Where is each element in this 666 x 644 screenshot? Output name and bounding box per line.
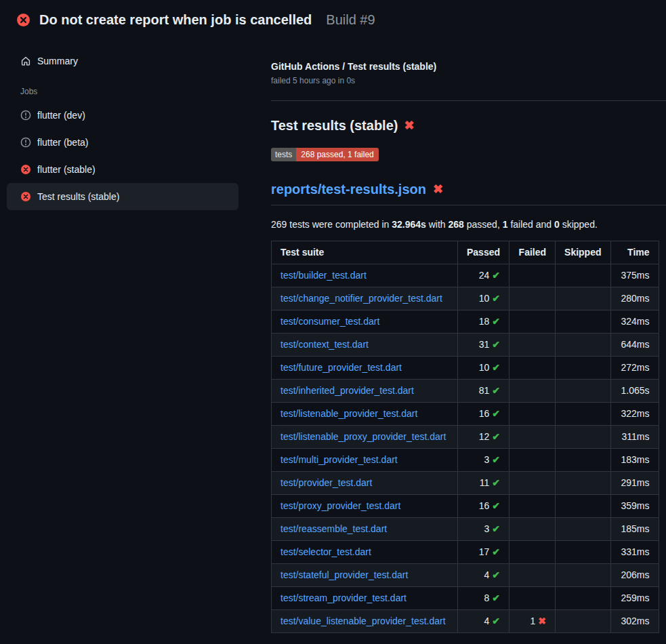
test-suite-link[interactable]: test/consumer_test.dart [280,316,379,327]
passed-cell: 11✔ [458,472,509,495]
skipped-cell [556,610,610,633]
test-suite-link[interactable]: test/reassemble_test.dart [280,523,387,534]
job-label: flutter (dev) [37,108,85,122]
suite-cell: test/proxy_provider_test.dart [272,495,458,518]
skipped-cell [556,334,610,357]
main-content: GitHub Actions / Test results (stable) f… [266,38,666,633]
table-row: test/consumer_test.dart18✔324ms [272,310,659,334]
results-table-head-row: Test suitePassedFailedSkippedTime [272,241,659,264]
run-title-bar: Do not create report when job is cancell… [0,0,666,38]
failed-cell [509,426,556,449]
time-cell: 185ms [610,518,659,541]
test-suite-link[interactable]: test/inherited_provider_test.dart [280,385,414,396]
test-suite-link[interactable]: test/stream_provider_test.dart [280,592,407,603]
table-row: test/inherited_provider_test.dart81✔1.06… [272,380,659,403]
sidebar-item-flutter-dev[interactable]: flutter (dev) [7,102,238,129]
passed-cell: 31✔ [458,334,509,357]
passed-cell: 10✔ [458,357,509,380]
build-number: Build #9 [326,12,375,28]
suite-cell: test/selector_test.dart [272,541,458,564]
table-row: test/reassemble_test.dart3✔185ms [272,518,659,541]
passed-cell: 16✔ [458,495,509,518]
suite-cell: test/builder_test.dart [272,264,458,287]
home-icon [20,56,31,66]
time-cell: 272ms [610,357,659,380]
skipped-cell [556,518,610,541]
failed-cell [509,357,556,380]
section-heading: Test results (stable) ✖ [271,117,666,134]
suite-cell: test/context_test.dart [272,334,458,357]
skipped-count: 0 [554,219,560,230]
failed-cell [509,495,556,518]
results-table: Test suitePassedFailedSkippedTime test/b… [271,241,659,633]
check-icon: ✔ [492,431,500,442]
suite-cell: test/stream_provider_test.dart [272,587,458,610]
passed-cell: 16✔ [458,403,509,426]
test-suite-link[interactable]: test/builder_test.dart [280,270,367,281]
passed-cell: 17✔ [458,541,509,564]
tests-badge: tests 268 passed, 1 failed [271,148,379,161]
test-suite-link[interactable]: test/listenable_provider_test.dart [280,408,417,419]
passed-cell: 3✔ [458,518,509,541]
failed-cell [509,449,556,472]
skipped-cell [556,472,610,495]
test-suite-link[interactable]: test/listenable_proxy_provider_test.dart [280,431,446,442]
check-icon: ✔ [492,362,500,373]
passed-cell: 10✔ [458,287,509,310]
test-suite-link[interactable]: test/selector_test.dart [280,546,371,557]
table-row: test/listenable_proxy_provider_test.dart… [272,426,659,449]
job-label: Test results (stable) [37,190,119,203]
alert-circle-icon [20,137,31,148]
time-cell: 359ms [610,495,659,518]
sidebar-item-summary[interactable]: Summary [7,47,238,75]
test-suite-link[interactable]: test/multi_provider_test.dart [280,454,398,465]
sidebar-item-test-results-stable[interactable]: Test results (stable) [7,183,238,210]
time-cell: 183ms [610,449,659,472]
suite-cell: test/change_notifier_provider_test.dart [272,287,458,310]
passed-cell: 8✔ [458,587,509,610]
test-suite-link[interactable]: test/proxy_provider_test.dart [280,500,400,511]
time-cell: 1.065s [610,380,659,403]
passed-count: 268 [449,219,464,230]
suite-cell: test/future_provider_test.dart [272,357,458,380]
sidebar-item-flutter-stable[interactable]: flutter (stable) [7,156,238,183]
suite-cell: test/listenable_provider_test.dart [272,403,458,426]
test-suite-link[interactable]: test/provider_test.dart [280,477,372,488]
run-header: GitHub Actions / Test results (stable) f… [271,61,666,101]
test-suite-link[interactable]: test/change_notifier_provider_test.dart [280,293,442,304]
x-circle-icon [16,13,30,27]
x-icon: ✖ [538,616,546,626]
report-file-link[interactable]: reports/test-results.json [271,180,426,198]
check-icon: ✔ [492,270,500,281]
test-summary-line: 269 tests were completed in 32.964s with… [271,219,666,230]
test-suite-link[interactable]: test/stateful_provider_test.dart [280,569,408,580]
table-row: test/stateful_provider_test.dart4✔206ms [272,564,659,587]
column-header: Failed [509,241,556,264]
check-icon: ✔ [492,523,500,534]
sidebar-item-flutter-beta[interactable]: flutter (beta) [7,129,238,156]
test-suite-link[interactable]: test/context_test.dart [280,339,369,350]
section-title: Test results (stable) [271,117,398,134]
skipped-cell [556,564,610,587]
badge-value: 268 passed, 1 failed [296,148,378,161]
test-suite-link[interactable]: test/value_listenable_provider_test.dart [280,616,446,626]
failed-cell [509,310,556,334]
skipped-cell [556,357,610,380]
failed-x-icon: ✖ [433,183,443,195]
failed-cell [509,380,556,403]
time-cell: 280ms [610,287,659,310]
failed-cell [509,564,556,587]
skipped-cell [556,587,610,610]
check-icon: ✔ [492,592,500,603]
test-suite-link[interactable]: test/future_provider_test.dart [280,362,402,373]
check-icon: ✔ [492,500,500,511]
job-label: flutter (stable) [37,163,96,176]
time-cell: 644ms [610,334,659,357]
jobs-heading: Jobs [7,75,266,102]
failed-cell [509,334,556,357]
suite-cell: test/multi_provider_test.dart [272,449,458,472]
check-icon: ✔ [492,546,500,557]
passed-cell: 4✔ [458,564,509,587]
duration-value: 32.964s [392,219,426,230]
failed-cell [509,472,556,495]
